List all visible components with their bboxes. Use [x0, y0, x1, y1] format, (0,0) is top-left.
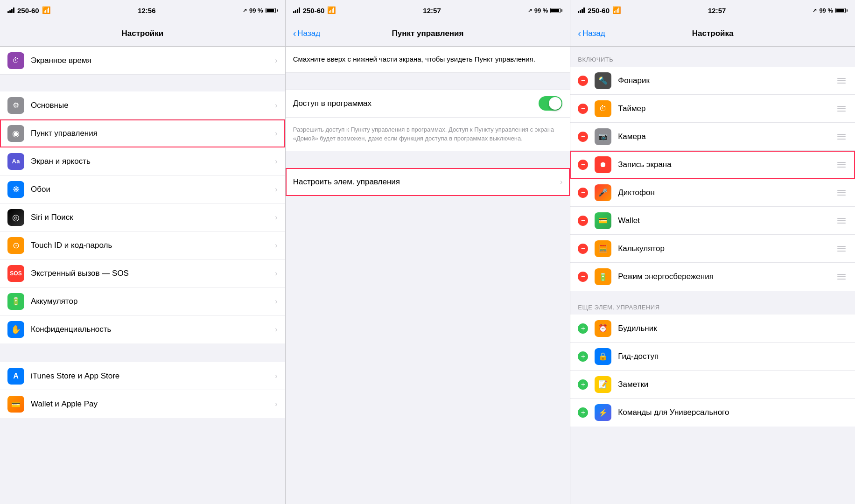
calculator-icon: 🧮: [595, 240, 611, 257]
back-label-3: Назад: [582, 29, 605, 38]
signal-icon: [7, 7, 14, 13]
sos-icon: SOS: [7, 265, 24, 282]
wallet-icon-3: 💳: [595, 212, 611, 229]
chevron-icon: ›: [275, 269, 278, 278]
settings-item-battery[interactable]: 🔋 Аккумулятор ›: [0, 287, 285, 315]
chevron-icon: ›: [275, 129, 278, 138]
drag-handle[interactable]: [835, 244, 848, 253]
more-item-shortcuts[interactable]: + ⚡ Команды для Универсального: [570, 399, 855, 427]
status-right-2: ↗ 99 %: [528, 7, 563, 14]
add-button-alarm[interactable]: +: [578, 323, 588, 334]
settings-item-touchid[interactable]: ⊙ Touch ID и код-пароль ›: [0, 231, 285, 259]
time-1: 12:56: [138, 7, 155, 14]
guided-label: Гид-доступ: [618, 352, 848, 361]
settings-item-control-center[interactable]: ◉ Пункт управления ›: [0, 119, 285, 147]
drag-handle[interactable]: [835, 160, 848, 169]
carrier-label-1: 250-60: [17, 7, 39, 14]
screen-time-label: Экранное время: [31, 56, 271, 65]
location-icon-1: ↗: [243, 7, 247, 14]
battery-label: Аккумулятор: [31, 297, 271, 306]
include-item-wallet[interactable]: − 💳 Wallet: [570, 207, 855, 235]
back-button-2[interactable]: ‹ Назад: [293, 29, 320, 38]
location-icon-2: ↗: [528, 7, 532, 14]
settings-item-wallet[interactable]: 💳 Wallet и Apple Pay ›: [0, 390, 285, 418]
settings-item-appstore[interactable]: A iTunes Store и App Store ›: [0, 362, 285, 390]
power-saving-label: Режим энергосбережения: [618, 272, 835, 281]
remove-button-dictaphone[interactable]: −: [578, 188, 588, 198]
drag-handle[interactable]: [835, 272, 848, 281]
separator-1: [0, 75, 285, 91]
add-button-guided[interactable]: +: [578, 351, 588, 362]
include-item-dictaphone[interactable]: − 🎤 Диктофон: [570, 179, 855, 207]
include-item-timer[interactable]: − ⏱ Таймер: [570, 95, 855, 123]
remove-button-wallet[interactable]: −: [578, 216, 588, 226]
drag-handle[interactable]: [835, 76, 848, 85]
toggle-switch[interactable]: [539, 96, 562, 111]
battery-settings-icon: 🔋: [7, 293, 24, 310]
appstore-icon: A: [7, 368, 24, 385]
add-button-shortcuts[interactable]: +: [578, 407, 588, 418]
settings-item-privacy[interactable]: ✋ Конфиденциальность ›: [0, 315, 285, 343]
battery-pct-1: 99 %: [249, 7, 263, 14]
drag-handle[interactable]: [835, 188, 848, 197]
alarm-label: Будильник: [618, 324, 848, 333]
nav-bar-1: Настройки: [0, 21, 285, 47]
back-chevron-icon-3: ‹: [578, 28, 581, 38]
camera-label: Камера: [618, 132, 835, 141]
panel-settings: 250-60 📶 12:56 ↗ 99 % Настройки ⏱ Экранн…: [0, 0, 285, 504]
settings-item-siri[interactable]: ◎ Siri и Поиск ›: [0, 203, 285, 231]
drag-handle[interactable]: [835, 132, 848, 141]
remove-button-camera[interactable]: −: [578, 132, 588, 142]
nav-bar-3: ‹ Назад Настройка: [570, 21, 855, 47]
settings-item-display[interactable]: Аа Экран и яркость ›: [0, 147, 285, 175]
carrier-2: 250-60 📶: [293, 6, 336, 14]
wifi-icon-2: 📶: [327, 6, 336, 14]
chevron-icon: ›: [275, 297, 278, 306]
more-item-notes[interactable]: + 📝 Заметки: [570, 371, 855, 399]
drag-handle[interactable]: [835, 216, 848, 225]
toggle-knob: [549, 97, 561, 110]
separator-2: [0, 343, 285, 362]
torch-label: Фонарик: [618, 76, 835, 85]
settings-item-general[interactable]: ⚙ Основные ›: [0, 91, 285, 119]
screen-time-icon: ⏱: [7, 52, 24, 69]
include-item-screen-record[interactable]: − ⏺ Запись экрана: [570, 151, 855, 179]
settings-section-bottom: A iTunes Store и App Store › 💳 Wallet и …: [0, 362, 285, 418]
siri-label: Siri и Поиск: [31, 213, 271, 222]
include-item-calculator[interactable]: − 🧮 Калькулятор: [570, 235, 855, 263]
privacy-label: Конфиденциальность: [31, 325, 271, 334]
include-item-camera[interactable]: − 📷 Камера: [570, 123, 855, 151]
back-button-3[interactable]: ‹ Назад: [578, 29, 605, 38]
more-item-guided[interactable]: + 🔒 Гид-доступ: [570, 343, 855, 371]
chevron-icon: ›: [275, 185, 278, 194]
toggle-description: Разрешить доступ к Пункту управления в п…: [286, 118, 570, 151]
settings-item-wallpaper[interactable]: ❋ Обои ›: [0, 175, 285, 203]
power-saving-icon: 🔋: [595, 268, 611, 285]
status-bar-2: 250-60 📶 12:57 ↗ 99 %: [286, 0, 570, 21]
chevron-icon: ›: [275, 157, 278, 166]
signal-icon-3: [578, 7, 585, 13]
remove-button-calculator[interactable]: −: [578, 244, 588, 254]
remove-button-power-saving[interactable]: −: [578, 272, 588, 282]
nav-title-3: Настройка: [692, 29, 734, 38]
carrier-3: 250-60 📶: [578, 6, 621, 14]
nav-bar-2: ‹ Назад Пункт управления: [286, 21, 570, 47]
toggle-desc-text: Разрешить доступ к Пункту управления в п…: [293, 125, 563, 143]
include-item-power-saving[interactable]: − 🔋 Режим энергосбережения: [570, 263, 855, 291]
include-item-torch[interactable]: − 🔦 Фонарик: [570, 67, 855, 95]
customize-row[interactable]: Настроить элем. управления ›: [286, 168, 570, 196]
settings-item-screen-time[interactable]: ⏱ Экранное время ›: [0, 47, 285, 75]
back-label-2: Назад: [297, 29, 320, 38]
settings-item-sos[interactable]: SOS Экстренный вызов — SOS ›: [0, 259, 285, 287]
dictaphone-icon: 🎤: [595, 184, 611, 201]
info-block: Смахните вверх с нижней части экрана, чт…: [286, 47, 570, 73]
camera-icon: 📷: [595, 128, 611, 145]
chevron-icon: ›: [560, 177, 563, 187]
drag-handle[interactable]: [835, 104, 848, 113]
remove-button-timer[interactable]: −: [578, 104, 588, 114]
display-icon: Аа: [7, 153, 24, 170]
add-button-notes[interactable]: +: [578, 379, 588, 390]
more-item-alarm[interactable]: + ⏰ Будильник: [570, 315, 855, 343]
remove-button-screen-record[interactable]: −: [578, 160, 588, 170]
remove-button-torch[interactable]: −: [578, 76, 588, 86]
